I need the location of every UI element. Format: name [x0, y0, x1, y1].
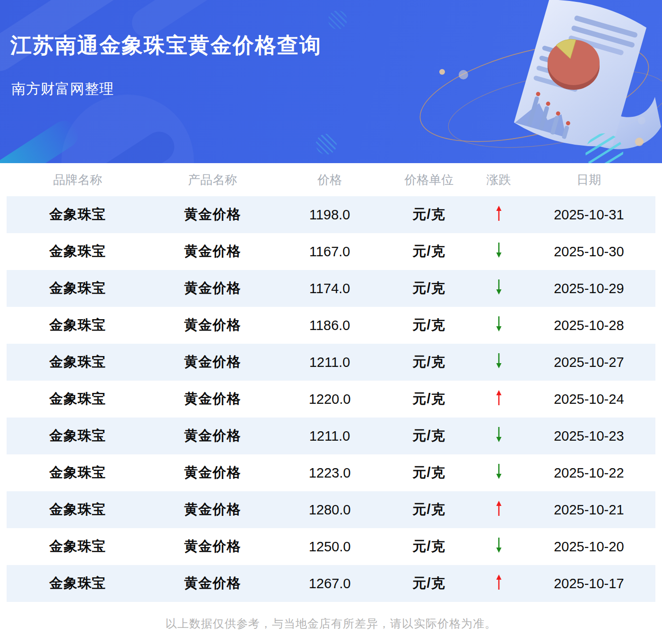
content-area: 品牌名称 产品名称 价格 价格单位 涨跌 日期 金象珠宝 黄金价格 1198.0… [0, 163, 662, 631]
arrow-down-icon [495, 316, 503, 332]
report-illustration [416, 0, 662, 163]
cell-price: 1223.0 [277, 454, 383, 491]
cell-product: 黄金价格 [148, 491, 276, 528]
decorative-circle [61, 95, 194, 163]
cell-price: 1211.0 [277, 344, 383, 381]
table-row: 金象珠宝 黄金价格 1223.0 元/克 2025-10-22 [7, 454, 655, 491]
cell-price: 1220.0 [277, 381, 383, 418]
cell-unit: 元/克 [383, 233, 475, 270]
cell-brand: 金象珠宝 [7, 418, 148, 454]
cell-product: 黄金价格 [148, 196, 276, 233]
hero-banner: 江苏南通金象珠宝黄金价格查询 南方财富网整理 [0, 0, 662, 163]
cell-unit: 元/克 [383, 454, 475, 491]
arrow-down-icon [495, 426, 503, 443]
arrow-down-icon [495, 353, 503, 369]
cell-price: 1186.0 [277, 307, 383, 344]
table-row: 金象珠宝 黄金价格 1267.0 元/克 2025-10-17 [7, 565, 655, 602]
arrow-down-icon [495, 463, 503, 479]
cell-price: 1198.0 [277, 196, 383, 233]
cell-brand: 金象珠宝 [7, 344, 148, 381]
cell-unit: 元/克 [383, 344, 475, 381]
cell-brand: 金象珠宝 [7, 528, 148, 565]
cell-date: 2025-10-23 [523, 418, 655, 454]
cell-price: 1174.0 [277, 270, 383, 307]
table-row: 金象珠宝 黄金价格 1167.0 元/克 2025-10-30 [7, 233, 655, 270]
table-header-row: 品牌名称 产品名称 价格 价格单位 涨跌 日期 [7, 163, 655, 196]
cell-brand: 金象珠宝 [7, 491, 148, 528]
table-row: 金象珠宝 黄金价格 1250.0 元/克 2025-10-20 [7, 528, 655, 565]
arrow-down-icon [495, 537, 503, 553]
cell-change [475, 418, 523, 454]
arrow-up-icon [495, 500, 503, 516]
table-row: 金象珠宝 黄金价格 1174.0 元/克 2025-10-29 [7, 270, 655, 307]
cell-product: 黄金价格 [148, 344, 276, 381]
table-row: 金象珠宝 黄金价格 1186.0 元/克 2025-10-28 [7, 307, 655, 344]
cell-unit: 元/克 [383, 418, 475, 454]
col-header-product: 产品名称 [148, 163, 276, 196]
price-table: 品牌名称 产品名称 价格 价格单位 涨跌 日期 金象珠宝 黄金价格 1198.0… [7, 163, 655, 602]
cell-unit: 元/克 [383, 196, 475, 233]
cell-date: 2025-10-24 [523, 381, 655, 418]
arrow-up-icon [495, 390, 503, 406]
arrow-up-icon [495, 574, 503, 590]
cell-date: 2025-10-17 [523, 565, 655, 602]
decorative-teal-band [0, 115, 83, 163]
table-row: 金象珠宝 黄金价格 1220.0 元/克 2025-10-24 [7, 381, 655, 418]
arrow-down-icon [495, 279, 503, 295]
decorative-band [33, 126, 180, 163]
cell-change [475, 565, 523, 602]
table-row: 金象珠宝 黄金价格 1280.0 元/克 2025-10-21 [7, 491, 655, 528]
cell-date: 2025-10-30 [523, 233, 655, 270]
striped-dot-pattern [316, 134, 337, 155]
page-subtitle: 南方财富网整理 [11, 79, 114, 99]
cell-brand: 金象珠宝 [7, 381, 148, 418]
cell-brand: 金象珠宝 [7, 196, 148, 233]
cell-product: 黄金价格 [148, 565, 276, 602]
pie-chart-icon [548, 39, 600, 90]
cell-change [475, 233, 523, 270]
cell-brand: 金象珠宝 [7, 307, 148, 344]
cell-price: 1280.0 [277, 491, 383, 528]
arrow-up-icon [495, 205, 503, 221]
cell-unit: 元/克 [383, 565, 475, 602]
cell-change [475, 491, 523, 528]
cell-change [475, 454, 523, 491]
arrow-down-icon [495, 242, 503, 258]
cell-date: 2025-10-31 [523, 196, 655, 233]
table-row: 金象珠宝 黄金价格 1211.0 元/克 2025-10-23 [7, 418, 655, 454]
cell-date: 2025-10-20 [523, 528, 655, 565]
cell-unit: 元/克 [383, 307, 475, 344]
cell-date: 2025-10-27 [523, 344, 655, 381]
cell-brand: 金象珠宝 [7, 270, 148, 307]
cell-product: 黄金价格 [148, 381, 276, 418]
cell-change [475, 344, 523, 381]
cell-change [475, 381, 523, 418]
cell-brand: 金象珠宝 [7, 565, 148, 602]
cell-unit: 元/克 [383, 381, 475, 418]
cell-product: 黄金价格 [148, 418, 276, 454]
col-header-date: 日期 [523, 163, 655, 196]
cell-product: 黄金价格 [148, 270, 276, 307]
cell-product: 黄金价格 [148, 454, 276, 491]
cell-date: 2025-10-28 [523, 307, 655, 344]
cell-change [475, 196, 523, 233]
page-title: 江苏南通金象珠宝黄金价格查询 [10, 31, 322, 60]
cell-price: 1250.0 [277, 528, 383, 565]
cell-change [475, 307, 523, 344]
cell-price: 1167.0 [277, 233, 383, 270]
cell-date: 2025-10-22 [523, 454, 655, 491]
disclaimer-text: 以上数据仅供参考，与当地金店有所差异，请以实际价格为准。 [7, 616, 655, 631]
cell-product: 黄金价格 [148, 233, 276, 270]
striped-dot-pattern [328, 10, 347, 29]
cell-change [475, 270, 523, 307]
cell-brand: 金象珠宝 [7, 454, 148, 491]
cell-date: 2025-10-21 [523, 491, 655, 528]
cell-price: 1267.0 [277, 565, 383, 602]
col-header-brand: 品牌名称 [7, 163, 148, 196]
cell-date: 2025-10-29 [523, 270, 655, 307]
cell-product: 黄金价格 [148, 528, 276, 565]
price-table-body: 金象珠宝 黄金价格 1198.0 元/克 2025-10-31 金象珠宝 黄金价… [7, 196, 655, 602]
cell-price: 1211.0 [277, 418, 383, 454]
col-header-change: 涨跌 [475, 163, 523, 196]
cell-unit: 元/克 [383, 528, 475, 565]
